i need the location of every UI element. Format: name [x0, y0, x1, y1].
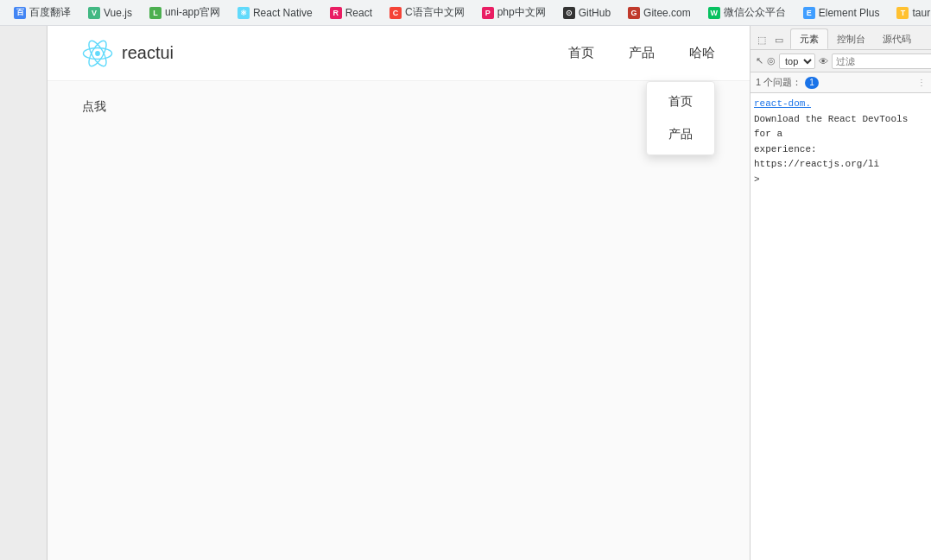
devtools-eye2-icon[interactable]: 👁 [819, 53, 828, 69]
bookmark-react-native[interactable]: ⚛React Native [231, 5, 320, 21]
bookmark-element-plus[interactable]: EElement Plus [796, 5, 887, 21]
logo-text: reactui [122, 43, 174, 63]
bookmark-icon-react: R [330, 7, 342, 19]
bookmark-label-uni-app: uni-app官网 [165, 5, 220, 20]
devtools-panel: ⬚ ▭ 元素 控制台 源代码 ↖ ◎ top 👁 1 个问题： [750, 26, 931, 560]
bookmark-gitee[interactable]: GGitee.com [621, 5, 698, 21]
browser-window: 百百度翻译VVue.jsLuni-app官网⚛React NativeRReac… [0, 0, 931, 560]
page-body: 点我 [48, 81, 750, 560]
issues-count-badge: 1 [805, 77, 819, 89]
bookmark-label-react: React [345, 7, 372, 19]
browser-content: reactui 首页 产品 哈哈 首页 产品 点我 [0, 26, 931, 560]
bookmark-icon-uni-app: L [149, 7, 162, 19]
bookmark-label-vuejs: Vue.js [104, 7, 132, 19]
bookmark-label-gitee: Gitee.com [643, 7, 691, 19]
bookmark-label-tauri: tauri [912, 7, 931, 19]
page-logo: reactui [82, 38, 174, 69]
svg-point-0 [95, 51, 100, 56]
devtools-issues-bar: 1 个问题： 1 ⋮ [750, 72, 931, 93]
devtools-tab-icons: ⬚ ▭ [750, 30, 790, 49]
bookmark-icon-wechat: W [708, 7, 720, 19]
devtools-console-content: react-dom. Download the React DevTools f… [750, 93, 931, 560]
bookmark-icon-react-native: ⚛ [238, 7, 250, 19]
dropdown-item-product[interactable]: 产品 [647, 118, 714, 151]
bookmark-label-c-lang: C语言中文网 [405, 5, 465, 20]
bookmark-uni-app[interactable]: Luni-app官网 [142, 3, 227, 22]
page-nav-links: 首页 产品 哈哈 [568, 41, 715, 65]
bookmark-label-element-plus: Element Plus [819, 7, 880, 19]
dropdown-item-home[interactable]: 首页 [647, 85, 714, 118]
bookmark-label-github: GitHub [579, 7, 611, 19]
left-sidebar [0, 26, 48, 560]
bookmark-icon-github: ⊙ [563, 7, 575, 19]
bookmark-label-php-cn: php中文网 [497, 5, 546, 20]
devtools-eye-icon[interactable]: ◎ [767, 53, 776, 69]
bookmark-c-lang[interactable]: CC语言中文网 [383, 3, 472, 22]
devtools-tabs: ⬚ ▭ 元素 控制台 源代码 [750, 26, 931, 50]
bookmark-icon-gitee: G [628, 7, 640, 19]
bookmark-github[interactable]: ⊙GitHub [556, 5, 618, 21]
devtools-inspect-icon[interactable]: ⬚ [754, 32, 770, 47]
bookmark-icon-c-lang: C [390, 7, 402, 19]
console-caret[interactable]: > [754, 174, 928, 185]
bookmark-icon-element-plus: E [803, 7, 815, 19]
bookmark-vuejs[interactable]: VVue.js [81, 5, 139, 21]
react-logo-icon [82, 38, 113, 69]
devtools-filter-input[interactable] [832, 53, 931, 69]
devtools-overflow-icon[interactable]: ⋮ [917, 78, 926, 87]
bookmark-label-wechat: 微信公众平台 [724, 5, 786, 20]
bookmark-icon-baidu-translate: 百 [14, 7, 26, 19]
bookmark-label-react-native: React Native [253, 7, 313, 19]
console-line1: react-dom. [754, 97, 928, 112]
devtools-context-select[interactable]: top [779, 53, 815, 69]
bookmark-php-cn[interactable]: Pphp中文网 [475, 3, 553, 22]
nav-link-product[interactable]: 产品 [629, 41, 655, 65]
bookmark-react[interactable]: RReact [323, 5, 379, 21]
page-navbar: reactui 首页 产品 哈哈 首页 产品 [48, 26, 750, 81]
nav-link-home[interactable]: 首页 [568, 41, 594, 65]
bookmark-baidu-translate[interactable]: 百百度翻译 [7, 3, 78, 22]
devtools-toolbar: ↖ ◎ top 👁 [750, 50, 931, 72]
tab-elements[interactable]: 元素 [790, 28, 828, 49]
page-body-text[interactable]: 点我 [82, 99, 106, 113]
bookmark-icon-tauri: T [896, 7, 909, 19]
bookmark-tauri[interactable]: Ttauri [890, 5, 931, 21]
issues-count: 1 [809, 78, 814, 87]
bookmark-icon-vuejs: V [88, 7, 100, 19]
dropdown-menu: 首页 产品 [646, 81, 715, 155]
bookmark-label-baidu-translate: 百度翻译 [29, 5, 71, 20]
devtools-pointer-icon[interactable]: ↖ [756, 53, 763, 69]
console-link[interactable]: react-dom. [754, 98, 811, 109]
console-line3: experience: https://reactjs.org/li [754, 142, 928, 173]
bookmark-icon-php-cn: P [482, 7, 494, 19]
tab-source[interactable]: 源代码 [874, 28, 920, 49]
console-line2: Download the React DevTools for a [754, 112, 928, 142]
tab-console[interactable]: 控制台 [828, 28, 874, 49]
webpage: reactui 首页 产品 哈哈 首页 产品 点我 [48, 26, 750, 560]
issues-label: 1 个问题： [756, 76, 801, 89]
nav-link-haha[interactable]: 哈哈 [689, 41, 715, 65]
bookmark-wechat[interactable]: W微信公众平台 [701, 3, 793, 22]
devtools-device-icon[interactable]: ▭ [771, 32, 787, 47]
bookmarks-bar: 百百度翻译VVue.jsLuni-app官网⚛React NativeRReac… [0, 0, 931, 26]
